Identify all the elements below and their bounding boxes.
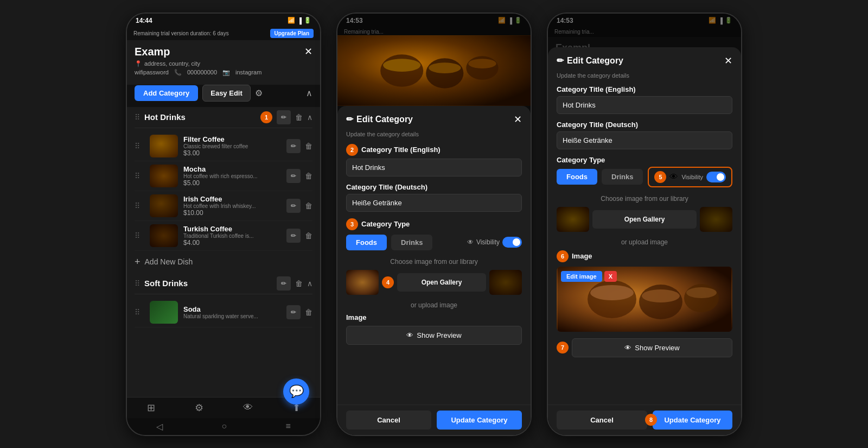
back-icon[interactable]: ◁ <box>156 421 163 432</box>
image-label-3: Image <box>572 252 592 260</box>
action-buttons: Add Category Easy Edit ⚙ ∧ <box>127 85 320 107</box>
collapse-category-button[interactable]: ∧ <box>307 279 312 288</box>
show-preview-button-3[interactable]: 👁 Show Preview <box>572 338 732 357</box>
modal-close-button-3[interactable]: ✕ <box>724 55 732 67</box>
dish-thumbnail <box>150 224 178 247</box>
dish-price: $5.00 <box>183 179 279 187</box>
svg-point-9 <box>590 285 634 300</box>
modal-header: ✏ Edit Category ✕ <box>337 106 531 131</box>
open-gallery-button-3[interactable]: Open Gallery <box>592 210 697 229</box>
dish-desc: Traditional Turkish coffee is... <box>183 233 279 239</box>
toggle-knob <box>513 238 520 246</box>
foods-button-3[interactable]: Foods <box>557 169 597 185</box>
collapse-category-button[interactable]: ∧ <box>307 113 312 122</box>
library-image-2 <box>489 270 522 295</box>
drinks-button-3[interactable]: Drinks <box>602 169 643 185</box>
phone-1: 14:44 📶 ▐ 🔋 Remaining trial version dura… <box>126 12 321 436</box>
edit-dish-button[interactable]: ✏ <box>286 305 301 319</box>
edit-image-button[interactable]: Edit image <box>561 271 602 282</box>
remove-image-button[interactable]: X <box>604 271 617 282</box>
upload-text: or upload image <box>346 301 522 309</box>
category-title-en-input[interactable] <box>346 159 522 176</box>
grid-icon[interactable]: ⊞ <box>147 402 155 414</box>
dish-desc: Classic brewed filter coffee <box>183 143 279 149</box>
category-name-soft-drinks: Soft Drinks <box>144 279 275 288</box>
edit-category-button[interactable]: ✏ <box>277 110 291 124</box>
update-category-button-3[interactable]: Update Category <box>653 411 732 430</box>
edit-dish-button[interactable]: ✏ <box>286 229 301 243</box>
collapse-icon[interactable]: ∧ <box>306 88 312 98</box>
settings-nav-icon[interactable]: ⚙ <box>195 402 203 414</box>
settings-icon[interactable]: ⚙ <box>255 88 263 98</box>
dish-info: Turkish Coffee Traditional Turkish coffe… <box>183 225 279 247</box>
coffee-illustration <box>337 35 531 106</box>
dish-price: $10.00 <box>183 209 279 217</box>
category-title-de-input[interactable] <box>346 194 522 212</box>
library-grid-3: Open Gallery <box>557 207 732 232</box>
delete-dish-button[interactable]: 🗑 <box>305 229 312 243</box>
recents-icon[interactable]: ≡ <box>285 421 290 431</box>
modal-close-button[interactable]: ✕ <box>514 113 522 125</box>
upgrade-button[interactable]: Upgrade Plan <box>270 29 314 38</box>
table-row: ⠿ Turkish Coffee Traditional Turkish cof… <box>135 221 312 251</box>
modal-title-3: ✏ Edit Category <box>557 55 623 66</box>
dish-info: Soda Natural sparkling water serve... <box>183 305 279 319</box>
modal-sheet-3: ✏ Edit Category ✕ Update the category de… <box>548 47 741 435</box>
open-gallery-button[interactable]: Open Gallery <box>397 273 486 292</box>
edit-dish-button[interactable]: ✏ <box>286 139 301 153</box>
wifi-icon: 📶 <box>288 17 295 24</box>
delete-dish-button[interactable]: 🗑 <box>305 169 312 183</box>
toggle-knob-3 <box>717 173 724 181</box>
edit-dish-button[interactable]: ✏ <box>286 169 301 183</box>
modal-subtitle: Update the category details <box>346 131 522 137</box>
drag-handle[interactable]: ⠿ <box>135 231 140 240</box>
library-thumb-3-1 <box>557 207 589 232</box>
upload-text-3: or upload image <box>557 238 732 246</box>
delete-category-button[interactable]: 🗑 <box>295 279 303 288</box>
delete-category-button[interactable]: 🗑 <box>295 113 303 122</box>
add-new-dish-row[interactable]: + Add New Dish <box>135 251 312 273</box>
cancel-button-3[interactable]: Cancel <box>557 411 647 430</box>
cancel-button[interactable]: Cancel <box>346 411 431 430</box>
app-header: Examp ✕ 📍 address, country, city wifipas… <box>127 40 320 85</box>
preview-nav-icon[interactable]: 👁 <box>243 402 253 413</box>
category-title-de-input-3[interactable] <box>557 131 732 149</box>
dish-desc: Hot coffee with Irish whiskey... <box>183 203 279 209</box>
easy-edit-button[interactable]: Easy Edit <box>202 85 251 102</box>
close-icon[interactable]: ✕ <box>304 46 312 58</box>
drag-handle[interactable]: ⠿ <box>135 113 140 122</box>
drag-handle[interactable]: ⠿ <box>135 172 140 180</box>
visibility-toggle-3[interactable] <box>706 172 726 182</box>
library-grid: 4 Open Gallery <box>346 270 522 295</box>
signal-icon: ▐ <box>297 17 302 24</box>
update-category-button[interactable]: Update Category <box>437 411 522 430</box>
visibility-text: Visibility <box>681 174 703 180</box>
dish-name: Mocha <box>183 165 279 173</box>
status-bar-1: 14:44 📶 ▐ 🔋 <box>127 14 320 27</box>
delete-dish-button[interactable]: 🗑 <box>305 305 312 319</box>
delete-dish-button[interactable]: 🗑 <box>305 199 312 213</box>
drag-handle[interactable]: ⠿ <box>135 308 140 317</box>
svg-point-2 <box>383 59 420 72</box>
dish-info: Mocha Hot coffee with rich espresso... $… <box>183 165 279 187</box>
library-thumb-2 <box>489 270 522 295</box>
wifi-label: wifipassword <box>135 69 169 75</box>
category-title-en-input-3[interactable] <box>557 96 732 114</box>
edit-dish-button[interactable]: ✏ <box>286 199 301 213</box>
drinks-button[interactable]: Drinks <box>391 235 432 250</box>
fab-button[interactable]: 💬 <box>283 378 309 405</box>
add-new-dish-label: Add New Dish <box>145 257 193 266</box>
drag-handle[interactable]: ⠿ <box>135 142 140 150</box>
home-icon[interactable]: ○ <box>221 421 227 431</box>
edit-category-button[interactable]: ✏ <box>277 276 291 291</box>
add-category-button[interactable]: Add Category <box>135 85 198 101</box>
delete-dish-button[interactable]: 🗑 <box>305 139 312 153</box>
step-badge-3: 3 <box>346 218 358 230</box>
drag-handle[interactable]: ⠿ <box>135 201 140 210</box>
foods-button[interactable]: Foods <box>346 235 387 250</box>
show-preview-button[interactable]: 👁 Show Preview <box>346 326 522 345</box>
dish-name: Turkish Coffee <box>183 225 279 233</box>
visibility-toggle[interactable] <box>502 237 522 248</box>
drag-handle[interactable]: ⠿ <box>135 279 140 288</box>
svg-point-11 <box>642 289 680 302</box>
